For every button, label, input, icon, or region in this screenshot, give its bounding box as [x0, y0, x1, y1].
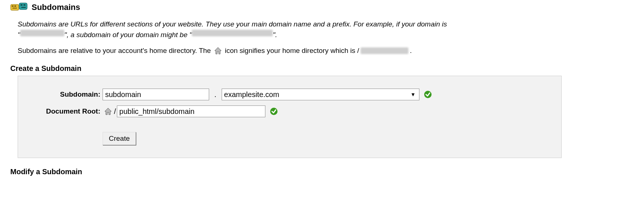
home-icon: [214, 47, 222, 55]
subdomains-icon: [10, 2, 28, 12]
valid-check-icon: [424, 90, 432, 98]
intro-text-c: ".: [273, 31, 277, 39]
home-directory-info: Subdomains are relative to your account'…: [18, 47, 634, 55]
document-root-input[interactable]: [117, 105, 265, 117]
intro-text-a: Subdomains are URLs for different sectio…: [18, 20, 447, 28]
svg-rect-7: [21, 7, 26, 8]
create-button[interactable]: Create: [103, 132, 136, 145]
svg-marker-8: [215, 47, 221, 54]
home-icon: [104, 107, 112, 115]
info-text-post: icon signifies your home directory which…: [225, 47, 359, 55]
svg-point-11: [270, 108, 278, 115]
intro-paragraph: Subdomains are URLs for different sectio…: [18, 19, 532, 40]
svg-rect-3: [12, 8, 17, 8]
svg-rect-0: [11, 4, 19, 10]
valid-check-icon: [270, 107, 278, 115]
create-subdomain-heading: Create a Subdomain: [10, 64, 634, 73]
modify-subdomain-heading: Modify a Subdomain: [10, 168, 634, 176]
info-end: .: [410, 47, 412, 55]
svg-point-9: [424, 91, 432, 98]
create-subdomain-panel: Subdomain: . examplesite.com ▼ Document …: [18, 76, 562, 158]
domain-select[interactable]: examplesite.com: [222, 89, 419, 100]
svg-rect-6: [24, 4, 25, 6]
svg-rect-5: [21, 4, 22, 6]
subdomain-label: Subdomain:: [25, 90, 103, 98]
intro-text-b: ", a subdomain of your domain might be ": [64, 31, 192, 39]
document-root-label: Document Root:: [25, 107, 103, 115]
info-path-blur: …………………: [361, 47, 408, 54]
info-text-pre: Subdomains are relative to your account'…: [18, 47, 211, 55]
svg-rect-2: [14, 6, 16, 7]
intro-quote-open: ": [18, 31, 20, 39]
page-title: Subdomains: [32, 3, 80, 12]
docroot-slash: /: [114, 107, 116, 116]
intro-blur-1: ………………: [20, 30, 64, 36]
svg-rect-4: [19, 3, 27, 10]
dot-separator: .: [214, 90, 217, 99]
svg-marker-10: [105, 108, 111, 115]
svg-rect-1: [12, 6, 14, 7]
subdomain-input[interactable]: [103, 89, 209, 100]
intro-blur-2: ……………………………: [192, 30, 273, 36]
